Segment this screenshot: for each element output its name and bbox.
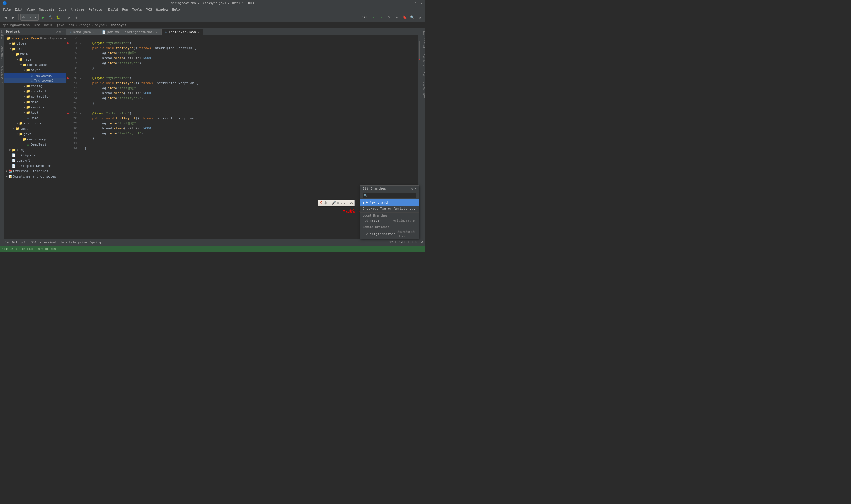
run-config-dropdown[interactable]: ⚙ Demo ▾ <box>20 14 39 21</box>
tree-test-src[interactable]: ▾ 📁 test <box>4 126 66 131</box>
tab-pom-xml[interactable]: 📄 pom.xml (springbootDemo) ✕ <box>98 29 162 35</box>
popup-close-icon[interactable]: ✕ <box>414 187 416 191</box>
bookmarks-button[interactable]: 🔖 <box>401 14 408 21</box>
fold-20[interactable]: ▾ <box>79 76 82 80</box>
menu-window[interactable]: Window <box>154 7 169 12</box>
origin-master-branch-item[interactable]: ⎇ origin/master 共同为共用/共用... <box>360 229 419 239</box>
settings2-button[interactable]: ⚙ <box>417 14 423 21</box>
back-button[interactable]: ◀ <box>2 14 9 21</box>
tree-async[interactable]: ▾ 📁 async <box>4 67 66 73</box>
panel-hide-icon[interactable]: ─ <box>62 30 64 34</box>
forward-button[interactable]: ▶ <box>10 14 17 21</box>
menu-help[interactable]: Help <box>170 7 182 12</box>
tree-java[interactable]: ▾ 📁 java <box>4 57 66 62</box>
tree-test-com-xiaoge[interactable]: ▾ 📁 com.xiaoge <box>4 137 66 142</box>
ant-panel-tab[interactable]: Ant <box>422 71 425 78</box>
breadcrumb-project[interactable]: springbootDemo <box>2 23 30 27</box>
tree-pomxml[interactable]: 📄 pom.xml <box>4 158 66 163</box>
todo-panel-btn[interactable]: ☑ 6: TODO <box>21 241 36 244</box>
build-button[interactable]: 🔨 <box>48 14 54 21</box>
fold-13[interactable]: ▾ <box>79 40 82 46</box>
scrollbar-thumb[interactable] <box>419 41 420 59</box>
menu-edit[interactable]: Edit <box>13 7 25 12</box>
menu-run[interactable]: Run <box>120 7 130 12</box>
menu-vcs[interactable]: VCS <box>144 7 153 12</box>
gutter-line-14: 14 <box>66 46 79 51</box>
tree-src[interactable]: ▾ 📁 src <box>4 46 66 51</box>
breadcrumb-main[interactable]: main <box>44 23 52 27</box>
tree-demotest[interactable]: ☕ DemoTest <box>4 142 66 147</box>
encoding[interactable]: UTF-8 <box>409 241 417 244</box>
tab-pom-close[interactable]: ✕ <box>156 31 158 34</box>
menu-refactor[interactable]: Refactor <box>87 7 106 12</box>
tree-iml[interactable]: 📄 springbootDemo.iml <box>4 163 66 168</box>
close-button[interactable]: ✕ <box>420 1 423 5</box>
update-button[interactable]: ↻ <box>66 14 72 21</box>
master-branch-item[interactable]: ⎇ master origin/master <box>360 218 419 223</box>
breadcrumb-src[interactable]: src <box>34 23 40 27</box>
menu-build[interactable]: Build <box>106 7 120 12</box>
settings-button[interactable]: ⚙ <box>73 14 80 21</box>
tab-demo-java[interactable]: ☕ Demo.java ✕ <box>66 29 98 35</box>
java-enterprise-btn[interactable]: Java Enterprise <box>60 241 87 244</box>
tab-testasync-java[interactable]: ☕ TestAsync.java ✕ <box>162 29 204 35</box>
project-panel-tab[interactable]: Project <box>1 29 3 42</box>
git-revert-button[interactable]: ↶ <box>394 14 400 21</box>
tree-gitignore[interactable]: 📄 .gitignore <box>4 152 66 158</box>
minimize-button[interactable]: ─ <box>408 1 411 5</box>
breadcrumb-com[interactable]: com <box>69 23 74 27</box>
line-ending[interactable]: CRLF <box>399 241 406 244</box>
restfultool-panel-tab[interactable]: RestfulTool <box>422 30 425 50</box>
menu-navigate[interactable]: Navigate <box>37 7 56 12</box>
tree-test-java[interactable]: ▾ 📁 java <box>4 131 66 137</box>
z-structure-panel-tab[interactable]: Z-Structure <box>1 64 3 84</box>
tree-scratches[interactable]: ▶ 📝 Scratches and Consoles <box>4 174 66 179</box>
breadcrumb-async[interactable]: async <box>95 23 105 27</box>
run-button[interactable]: ▶ <box>40 14 47 21</box>
tree-demo-class[interactable]: ☕ Demo <box>4 115 66 121</box>
tab-testasync-close[interactable]: ✕ <box>198 31 199 34</box>
nexchatgpt-panel-tab[interactable]: NexChatGPT <box>422 80 425 99</box>
tree-testasync[interactable]: ☕ TestAsync <box>4 73 66 78</box>
breadcrumb-java[interactable]: java <box>56 23 65 27</box>
spring-btn[interactable]: Spring <box>90 241 101 244</box>
tree-root[interactable]: ▾ 📁 springbootDemo D:\workspace\zhang... <box>4 35 66 41</box>
popup-refresh-icon[interactable]: ↻ <box>411 187 413 191</box>
git-check2-icon[interactable]: ✓ <box>378 14 385 21</box>
tree-test-folder[interactable]: ▶ 📁 test <box>4 110 66 115</box>
tree-service[interactable]: ▶ 📁 service <box>4 105 66 110</box>
database-panel-tab[interactable]: Database <box>422 53 425 68</box>
checkout-tag-item[interactable]: Checkout Tag or Revision... <box>360 205 419 212</box>
tree-target[interactable]: ▶ 📁 target <box>4 147 66 152</box>
panel-settings-icon[interactable]: ⚙ <box>59 30 61 34</box>
tree-controller[interactable]: ▶ 📁 controller <box>4 94 66 99</box>
tree-config[interactable]: ▶ 📁 config <box>4 83 66 89</box>
fold-27[interactable]: ▾ <box>79 111 82 116</box>
new-branch-item[interactable]: + + New Branch <box>360 199 419 205</box>
tab-demo-close[interactable]: ✕ <box>93 31 94 34</box>
menu-code[interactable]: Code <box>57 7 68 12</box>
tree-com-xiaoge[interactable]: ▾ 📁 com.xiaoge <box>4 62 66 67</box>
popup-search-input[interactable] <box>363 193 416 198</box>
structure-panel-tab[interactable]: Structure <box>1 45 3 62</box>
panel-sync-icon[interactable]: ⊙ <box>56 30 58 34</box>
tree-demo[interactable]: ▶ 📁 demo <box>4 99 66 105</box>
terminal-btn[interactable]: ▶ Terminal <box>40 241 56 244</box>
menu-view[interactable]: View <box>25 7 37 12</box>
search-everywhere-button[interactable]: 🔍 <box>409 14 415 21</box>
menu-tools[interactable]: Tools <box>130 7 144 12</box>
breadcrumb-xiaoge[interactable]: xiaoge <box>79 23 91 27</box>
tree-constant[interactable]: ▶ 📁 constant <box>4 89 66 94</box>
tree-idea[interactable]: ▶ 📁 .idea <box>4 41 66 46</box>
git-history-button[interactable]: ⟳ <box>386 14 393 21</box>
maximize-button[interactable]: □ <box>414 1 417 5</box>
git-check-icon[interactable]: ✓ <box>370 14 377 21</box>
tree-main[interactable]: ▾ 📁 main <box>4 51 66 57</box>
tree-resources[interactable]: ▶ 📁 resources <box>4 121 66 126</box>
tree-testasync2[interactable]: ☕ TestAsync2 <box>4 78 66 83</box>
menu-file[interactable]: File <box>1 7 13 12</box>
menu-analyze[interactable]: Analyze <box>69 7 86 12</box>
git-panel-btn[interactable]: ⎇ 9: Git <box>2 241 17 244</box>
tree-external-libs[interactable]: ▶ 📚 External Libraries <box>4 168 66 174</box>
debug-button[interactable]: 🐛 <box>55 14 62 21</box>
